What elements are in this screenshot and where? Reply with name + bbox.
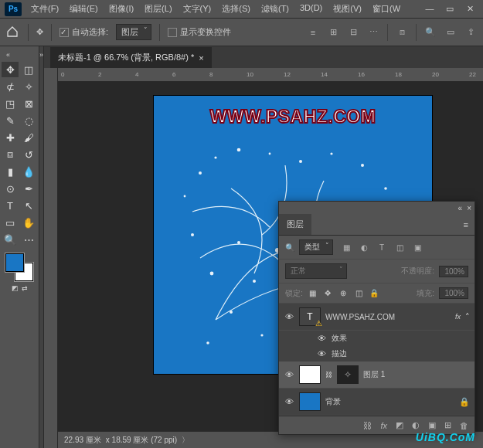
home-icon[interactable] xyxy=(6,25,20,39)
lock-position-icon[interactable]: ✥ xyxy=(323,288,333,298)
3d-mode-icon[interactable]: ⧈ xyxy=(396,26,408,39)
delete-layer-icon[interactable]: 🗑 xyxy=(460,421,468,430)
status-zoom[interactable]: 22.93 厘米 xyxy=(64,435,101,446)
adjustment-layer-icon[interactable]: ◐ xyxy=(412,420,420,430)
eyedropper-tool[interactable]: ✎ xyxy=(2,113,19,128)
align-4-icon[interactable]: ⋯ xyxy=(367,26,379,39)
quick-select-tool[interactable]: ◌ xyxy=(20,113,37,128)
menu-3d[interactable]: 3D(D) xyxy=(295,0,327,18)
menu-window[interactable]: 窗口(W xyxy=(368,0,405,18)
color-swatches[interactable] xyxy=(5,253,33,281)
lock-artboard-icon[interactable]: ⊕ xyxy=(338,288,349,298)
pen-tool[interactable]: ✒ xyxy=(20,181,37,196)
align-2-icon[interactable]: ⊞ xyxy=(327,26,339,39)
shape-tool[interactable]: ▭ xyxy=(2,215,19,230)
status-chevron-icon[interactable]: 〉 xyxy=(182,435,189,446)
layers-panel[interactable]: « × 图层 ≡ 🔍 类型 ▦ ◐ T ◫ ▣ 正常 不透明度: xyxy=(278,201,475,435)
align-3-icon[interactable]: ⊟ xyxy=(347,26,359,39)
healing-tool[interactable]: ✚ xyxy=(2,130,19,145)
group-icon[interactable]: ▣ xyxy=(428,420,436,430)
filter-shape-icon[interactable]: ◫ xyxy=(394,242,405,253)
filter-smart-icon[interactable]: ▣ xyxy=(412,242,423,253)
layer-mask-icon[interactable]: ◩ xyxy=(396,420,403,430)
menu-select[interactable]: 选择(S) xyxy=(217,0,255,18)
default-colors-icon[interactable]: ◩ xyxy=(12,284,19,292)
type-tool[interactable]: T xyxy=(2,198,19,213)
fill-value[interactable]: 100% xyxy=(439,287,468,299)
frame-tool[interactable]: ⊠ xyxy=(20,96,37,111)
auto-select-target[interactable]: 图层 xyxy=(116,24,151,40)
menu-type[interactable]: 文字(Y) xyxy=(179,0,216,18)
filter-type-icon[interactable]: T xyxy=(376,242,387,253)
clone-tool[interactable]: ⧈ xyxy=(2,147,19,162)
fx-badge[interactable]: fx xyxy=(455,313,461,321)
link-layers-icon[interactable]: ⛓ xyxy=(363,421,372,430)
gradient-tool[interactable]: ▮ xyxy=(2,164,19,179)
layer-name[interactable]: 背景 xyxy=(325,396,454,407)
fx-chevron-icon[interactable]: ˄ xyxy=(465,312,470,322)
visibility-toggle-icon[interactable]: 👁 xyxy=(316,333,327,344)
path-select-tool[interactable]: ↖ xyxy=(20,198,37,213)
visibility-toggle-icon[interactable]: 👁 xyxy=(284,369,294,380)
layer-1[interactable]: 👁 ⛓ ✧ 图层 1 xyxy=(279,361,474,389)
layer-filter-type[interactable]: 类型 xyxy=(299,239,333,255)
layer-filter-search-icon[interactable]: 🔍 xyxy=(285,243,294,252)
layer-text[interactable]: 👁 T⚠ WWW.PSAHZ.COM fx ˄ xyxy=(279,304,474,331)
show-transform-checkbox[interactable]: 显示变换控件 xyxy=(168,26,231,38)
panel-collapse-icon[interactable]: « xyxy=(458,204,463,212)
workspace-icon[interactable]: ▭ xyxy=(444,26,457,39)
document-tab[interactable]: 未标题-1 @ 66.7% (背景, RGB/8#) * × xyxy=(50,47,212,68)
magic-wand-tool[interactable]: ✧ xyxy=(20,79,37,94)
lock-pixels-icon[interactable]: ▦ xyxy=(308,288,318,298)
minimize-icon[interactable]: ― xyxy=(423,4,437,14)
foreground-color-swatch[interactable] xyxy=(5,253,24,272)
layer-background[interactable]: 👁 背景 🔒 xyxy=(279,389,474,416)
filter-pixel-icon[interactable]: ▦ xyxy=(341,242,352,253)
blur-tool[interactable]: 💧 xyxy=(20,164,37,179)
lock-all-icon[interactable]: 🔒 xyxy=(369,288,379,298)
crop-tool[interactable]: ◳ xyxy=(2,96,19,111)
menu-view[interactable]: 视图(V) xyxy=(328,0,366,18)
mask-link-icon[interactable]: ⛓ xyxy=(325,371,332,378)
align-1-icon[interactable]: ≡ xyxy=(307,26,319,39)
dodge-tool[interactable]: ⊙ xyxy=(2,181,19,196)
panel-close-icon[interactable]: × xyxy=(467,204,471,212)
search-icon[interactable]: 🔍 xyxy=(424,26,437,39)
ruler-vertical[interactable] xyxy=(44,68,58,448)
visibility-toggle-icon[interactable]: 👁 xyxy=(284,396,294,407)
menu-edit[interactable]: 编辑(E) xyxy=(65,0,103,18)
layer-name[interactable]: 图层 1 xyxy=(363,369,470,380)
lock-nested-icon[interactable]: ◫ xyxy=(354,288,364,298)
tab-close-icon[interactable]: × xyxy=(199,53,203,63)
layer-effect-stroke[interactable]: 👁 描边 xyxy=(279,346,474,361)
layers-tab[interactable]: 图层 xyxy=(279,214,311,235)
share-icon[interactable]: ⇪ xyxy=(464,26,477,39)
layer-style-icon[interactable]: fx xyxy=(380,421,387,430)
edit-toolbar[interactable]: ⋯ xyxy=(20,232,37,247)
marquee-tool[interactable]: ◫ xyxy=(20,62,37,77)
menu-image[interactable]: 图像(I) xyxy=(104,0,138,18)
history-brush-tool[interactable]: ↺ xyxy=(20,147,37,162)
new-layer-icon[interactable]: ⊞ xyxy=(444,420,451,430)
blend-mode-select[interactable]: 正常 xyxy=(285,263,347,279)
visibility-toggle-icon[interactable]: 👁 xyxy=(284,311,294,322)
brush-tool[interactable]: 🖌 xyxy=(20,130,37,145)
auto-select-checkbox[interactable]: 自动选择: xyxy=(60,26,108,38)
layer-name[interactable]: WWW.PSAHZ.COM xyxy=(325,313,451,321)
zoom-tool[interactable]: 🔍 xyxy=(2,232,19,247)
opacity-value[interactable]: 100% xyxy=(439,266,468,277)
menu-file[interactable]: 文件(F) xyxy=(26,0,63,18)
maximize-icon[interactable]: ▭ xyxy=(443,4,457,14)
filter-adjust-icon[interactable]: ◐ xyxy=(359,242,369,253)
move-tool[interactable]: ✥ xyxy=(2,62,19,77)
menu-filter[interactable]: 滤镜(T) xyxy=(257,0,294,18)
menu-layer[interactable]: 图层(L) xyxy=(140,0,176,18)
toolbar-collapse-icon[interactable]: « xyxy=(5,49,12,60)
lasso-tool[interactable]: ⊄ xyxy=(2,79,19,94)
visibility-toggle-icon[interactable]: 👁 xyxy=(316,348,327,359)
swap-colors-icon[interactable]: ⇄ xyxy=(22,284,28,292)
close-icon[interactable]: ✕ xyxy=(463,4,477,14)
panel-menu-icon[interactable]: ≡ xyxy=(457,220,474,229)
hand-tool[interactable]: ✋ xyxy=(20,215,37,230)
ruler-horizontal[interactable]: 024681012141618202224 xyxy=(58,68,483,82)
